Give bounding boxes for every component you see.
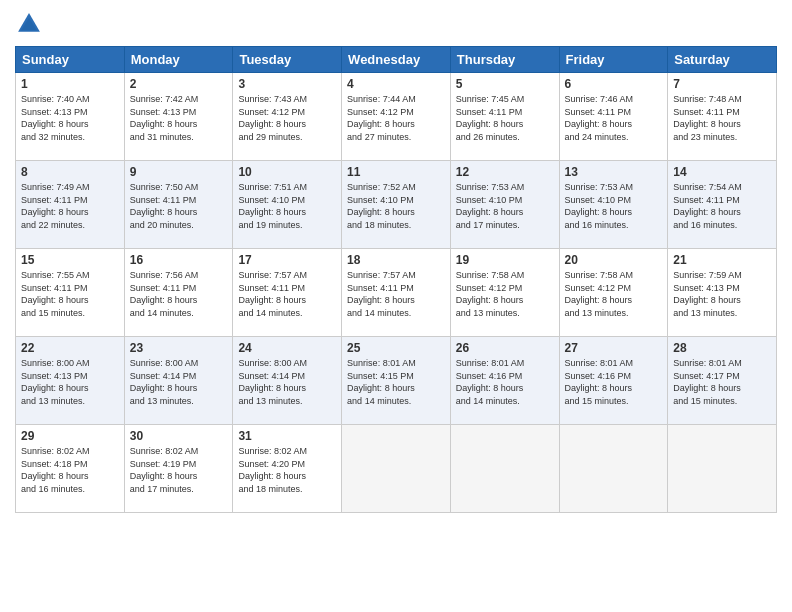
cell-details: Sunrise: 8:01 AMSunset: 4:16 PMDaylight:… [456,357,554,407]
cell-details: Sunrise: 8:01 AMSunset: 4:16 PMDaylight:… [565,357,663,407]
day-number: 27 [565,341,663,355]
day-number: 13 [565,165,663,179]
day-number: 30 [130,429,228,443]
calendar-cell: 13Sunrise: 7:53 AMSunset: 4:10 PMDayligh… [559,161,668,249]
day-number: 9 [130,165,228,179]
day-number: 12 [456,165,554,179]
cell-details: Sunrise: 7:54 AMSunset: 4:11 PMDaylight:… [673,181,771,231]
cell-details: Sunrise: 8:01 AMSunset: 4:17 PMDaylight:… [673,357,771,407]
calendar-cell [342,425,451,513]
weekday-header: Thursday [450,47,559,73]
calendar-cell: 21Sunrise: 7:59 AMSunset: 4:13 PMDayligh… [668,249,777,337]
cell-details: Sunrise: 7:56 AMSunset: 4:11 PMDaylight:… [130,269,228,319]
calendar-cell [559,425,668,513]
cell-details: Sunrise: 8:00 AMSunset: 4:13 PMDaylight:… [21,357,119,407]
calendar-cell: 6Sunrise: 7:46 AMSunset: 4:11 PMDaylight… [559,73,668,161]
calendar: SundayMondayTuesdayWednesdayThursdayFrid… [15,46,777,513]
header [15,10,777,38]
calendar-cell: 3Sunrise: 7:43 AMSunset: 4:12 PMDaylight… [233,73,342,161]
day-number: 16 [130,253,228,267]
calendar-cell: 26Sunrise: 8:01 AMSunset: 4:16 PMDayligh… [450,337,559,425]
calendar-cell: 25Sunrise: 8:01 AMSunset: 4:15 PMDayligh… [342,337,451,425]
calendar-cell: 18Sunrise: 7:57 AMSunset: 4:11 PMDayligh… [342,249,451,337]
calendar-cell: 1Sunrise: 7:40 AMSunset: 4:13 PMDaylight… [16,73,125,161]
calendar-cell: 9Sunrise: 7:50 AMSunset: 4:11 PMDaylight… [124,161,233,249]
calendar-cell: 16Sunrise: 7:56 AMSunset: 4:11 PMDayligh… [124,249,233,337]
calendar-cell: 28Sunrise: 8:01 AMSunset: 4:17 PMDayligh… [668,337,777,425]
day-number: 2 [130,77,228,91]
day-number: 17 [238,253,336,267]
calendar-cell: 27Sunrise: 8:01 AMSunset: 4:16 PMDayligh… [559,337,668,425]
day-number: 10 [238,165,336,179]
cell-details: Sunrise: 7:48 AMSunset: 4:11 PMDaylight:… [673,93,771,143]
cell-details: Sunrise: 7:59 AMSunset: 4:13 PMDaylight:… [673,269,771,319]
day-number: 11 [347,165,445,179]
day-number: 29 [21,429,119,443]
calendar-cell: 22Sunrise: 8:00 AMSunset: 4:13 PMDayligh… [16,337,125,425]
cell-details: Sunrise: 7:40 AMSunset: 4:13 PMDaylight:… [21,93,119,143]
day-number: 6 [565,77,663,91]
cell-details: Sunrise: 8:02 AMSunset: 4:19 PMDaylight:… [130,445,228,495]
day-number: 1 [21,77,119,91]
calendar-cell: 7Sunrise: 7:48 AMSunset: 4:11 PMDaylight… [668,73,777,161]
calendar-cell: 24Sunrise: 8:00 AMSunset: 4:14 PMDayligh… [233,337,342,425]
weekday-header: Sunday [16,47,125,73]
calendar-cell: 12Sunrise: 7:53 AMSunset: 4:10 PMDayligh… [450,161,559,249]
logo-icon [15,10,43,38]
calendar-cell [450,425,559,513]
cell-details: Sunrise: 7:43 AMSunset: 4:12 PMDaylight:… [238,93,336,143]
calendar-cell: 10Sunrise: 7:51 AMSunset: 4:10 PMDayligh… [233,161,342,249]
weekday-header: Monday [124,47,233,73]
cell-details: Sunrise: 7:58 AMSunset: 4:12 PMDaylight:… [456,269,554,319]
calendar-cell: 17Sunrise: 7:57 AMSunset: 4:11 PMDayligh… [233,249,342,337]
calendar-cell: 5Sunrise: 7:45 AMSunset: 4:11 PMDaylight… [450,73,559,161]
cell-details: Sunrise: 7:57 AMSunset: 4:11 PMDaylight:… [238,269,336,319]
day-number: 7 [673,77,771,91]
cell-details: Sunrise: 7:46 AMSunset: 4:11 PMDaylight:… [565,93,663,143]
day-number: 18 [347,253,445,267]
cell-details: Sunrise: 7:50 AMSunset: 4:11 PMDaylight:… [130,181,228,231]
calendar-cell: 31Sunrise: 8:02 AMSunset: 4:20 PMDayligh… [233,425,342,513]
calendar-cell: 4Sunrise: 7:44 AMSunset: 4:12 PMDaylight… [342,73,451,161]
calendar-cell: 14Sunrise: 7:54 AMSunset: 4:11 PMDayligh… [668,161,777,249]
calendar-cell: 11Sunrise: 7:52 AMSunset: 4:10 PMDayligh… [342,161,451,249]
page: SundayMondayTuesdayWednesdayThursdayFrid… [0,0,792,612]
cell-details: Sunrise: 7:55 AMSunset: 4:11 PMDaylight:… [21,269,119,319]
day-number: 15 [21,253,119,267]
calendar-cell: 2Sunrise: 7:42 AMSunset: 4:13 PMDaylight… [124,73,233,161]
calendar-cell: 30Sunrise: 8:02 AMSunset: 4:19 PMDayligh… [124,425,233,513]
weekday-header: Tuesday [233,47,342,73]
cell-details: Sunrise: 7:57 AMSunset: 4:11 PMDaylight:… [347,269,445,319]
day-number: 20 [565,253,663,267]
day-number: 22 [21,341,119,355]
cell-details: Sunrise: 7:53 AMSunset: 4:10 PMDaylight:… [565,181,663,231]
calendar-cell: 20Sunrise: 7:58 AMSunset: 4:12 PMDayligh… [559,249,668,337]
day-number: 19 [456,253,554,267]
day-number: 25 [347,341,445,355]
cell-details: Sunrise: 7:49 AMSunset: 4:11 PMDaylight:… [21,181,119,231]
cell-details: Sunrise: 7:53 AMSunset: 4:10 PMDaylight:… [456,181,554,231]
day-number: 26 [456,341,554,355]
cell-details: Sunrise: 7:42 AMSunset: 4:13 PMDaylight:… [130,93,228,143]
day-number: 21 [673,253,771,267]
day-number: 31 [238,429,336,443]
day-number: 5 [456,77,554,91]
calendar-cell: 29Sunrise: 8:02 AMSunset: 4:18 PMDayligh… [16,425,125,513]
day-number: 14 [673,165,771,179]
weekday-header: Wednesday [342,47,451,73]
cell-details: Sunrise: 7:52 AMSunset: 4:10 PMDaylight:… [347,181,445,231]
cell-details: Sunrise: 7:58 AMSunset: 4:12 PMDaylight:… [565,269,663,319]
day-number: 3 [238,77,336,91]
cell-details: Sunrise: 8:01 AMSunset: 4:15 PMDaylight:… [347,357,445,407]
cell-details: Sunrise: 8:00 AMSunset: 4:14 PMDaylight:… [130,357,228,407]
calendar-cell: 8Sunrise: 7:49 AMSunset: 4:11 PMDaylight… [16,161,125,249]
weekday-header: Saturday [668,47,777,73]
logo [15,10,47,38]
cell-details: Sunrise: 8:02 AMSunset: 4:20 PMDaylight:… [238,445,336,495]
cell-details: Sunrise: 7:45 AMSunset: 4:11 PMDaylight:… [456,93,554,143]
day-number: 23 [130,341,228,355]
day-number: 4 [347,77,445,91]
day-number: 24 [238,341,336,355]
cell-details: Sunrise: 8:02 AMSunset: 4:18 PMDaylight:… [21,445,119,495]
calendar-cell: 19Sunrise: 7:58 AMSunset: 4:12 PMDayligh… [450,249,559,337]
